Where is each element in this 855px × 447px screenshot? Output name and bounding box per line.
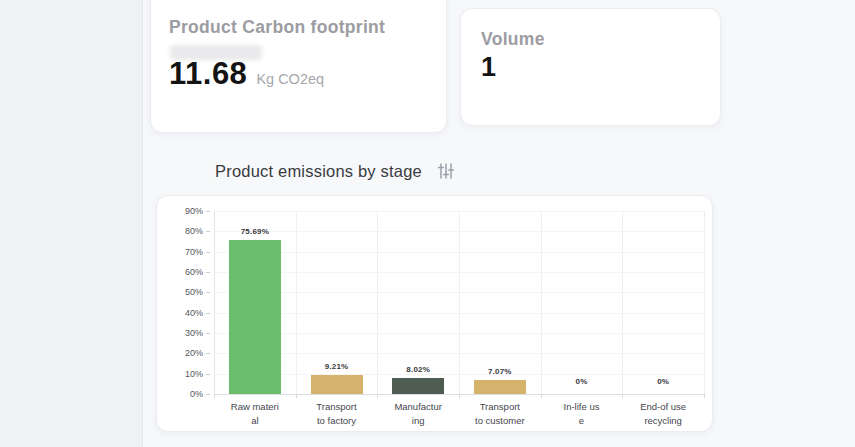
y-axis-tick-mark [206, 231, 210, 232]
x-category-label-line: e [541, 414, 623, 428]
x-axis-line [214, 394, 704, 395]
x-category-label-line: recycling [622, 414, 704, 428]
y-axis-tick-mark [206, 313, 210, 314]
emissions-bar-chart: 0%10%20%30%40%50%60%70%80%90%75.69%Raw m… [157, 196, 712, 431]
volume-card-title: Volume [481, 29, 545, 50]
gridline-vertical [377, 211, 378, 394]
volume-card: Volume 1 [460, 8, 721, 126]
y-axis-tick-label: 70% [161, 247, 203, 257]
carbon-footprint-card-title: Product Carbon footprint [169, 17, 385, 38]
gridline-vertical [622, 211, 623, 394]
gridline-vertical [704, 211, 705, 394]
emissions-section-header: Product emissions by stage [215, 161, 456, 181]
y-axis-line [214, 211, 215, 394]
x-category-label: Manufacturing [377, 400, 459, 428]
x-category-label-line: ing [377, 414, 459, 428]
y-axis-tick-label: 80% [161, 226, 203, 236]
bar-value-label: 9.21% [302, 362, 372, 371]
x-axis-tick-mark [704, 394, 705, 398]
x-category-label-line: Transport [459, 400, 541, 414]
y-axis-tick-mark [206, 353, 210, 354]
x-category-label-line: Transport [296, 400, 378, 414]
y-axis-tick-mark [206, 374, 210, 375]
x-category-label-line: End-of use [622, 400, 704, 414]
sliders-icon[interactable] [436, 161, 456, 181]
y-axis-tick-label: 60% [161, 267, 203, 277]
emissions-chart-card: 0%10%20%30%40%50%60%70%80%90%75.69%Raw m… [156, 195, 713, 432]
bar-value-label: 0% [628, 377, 698, 386]
x-category-label-line: al [214, 414, 296, 428]
carbon-footprint-value-row: 11.68 Kg CO2eq [169, 57, 324, 91]
bar[interactable] [474, 380, 526, 394]
x-category-label-line: to customer [459, 414, 541, 428]
bar-value-label: 0% [547, 377, 617, 386]
y-axis-tick-label: 30% [161, 328, 203, 338]
y-axis-tick-mark [206, 292, 210, 293]
y-axis-tick-label: 0% [161, 389, 203, 399]
bar-value-label: 75.69% [220, 227, 290, 236]
x-category-label-line: In-life us [541, 400, 623, 414]
x-category-label: Transportto customer [459, 400, 541, 428]
carbon-footprint-card: Product Carbon footprint 11.68 Kg CO2eq [150, 0, 447, 133]
x-category-label: End-of userecycling [622, 400, 704, 428]
y-axis-tick-label: 40% [161, 308, 203, 318]
gridline-vertical [459, 211, 460, 394]
y-axis-tick-label: 20% [161, 348, 203, 358]
x-category-label: Transportto factory [296, 400, 378, 428]
x-category-label: In-life use [541, 400, 623, 428]
emissions-section-title: Product emissions by stage [215, 162, 422, 181]
bar-value-label: 8.02% [383, 365, 453, 374]
x-category-label-line: Manufactur [377, 400, 459, 414]
y-axis-tick-mark [206, 211, 210, 212]
y-axis-tick-label: 50% [161, 287, 203, 297]
y-axis-tick-mark [206, 272, 210, 273]
y-axis-tick-mark [206, 394, 210, 395]
y-axis-tick-mark [206, 333, 210, 334]
sidebar [0, 0, 143, 447]
x-category-label-line: Raw materi [214, 400, 296, 414]
bar[interactable] [392, 378, 444, 394]
x-category-label-line: to factory [296, 414, 378, 428]
carbon-footprint-unit: Kg CO2eq [256, 71, 324, 87]
bar[interactable] [311, 375, 363, 394]
gridline-vertical [541, 211, 542, 394]
gridline-vertical [296, 211, 297, 394]
bar[interactable] [229, 240, 281, 394]
y-axis-tick-mark [206, 252, 210, 253]
carbon-footprint-value: 11.68 [169, 57, 247, 91]
y-axis-tick-label: 90% [161, 206, 203, 216]
y-axis-tick-label: 10% [161, 369, 203, 379]
volume-value: 1 [481, 53, 497, 83]
bar-value-label: 7.07% [465, 367, 535, 376]
x-category-label: Raw material [214, 400, 296, 428]
